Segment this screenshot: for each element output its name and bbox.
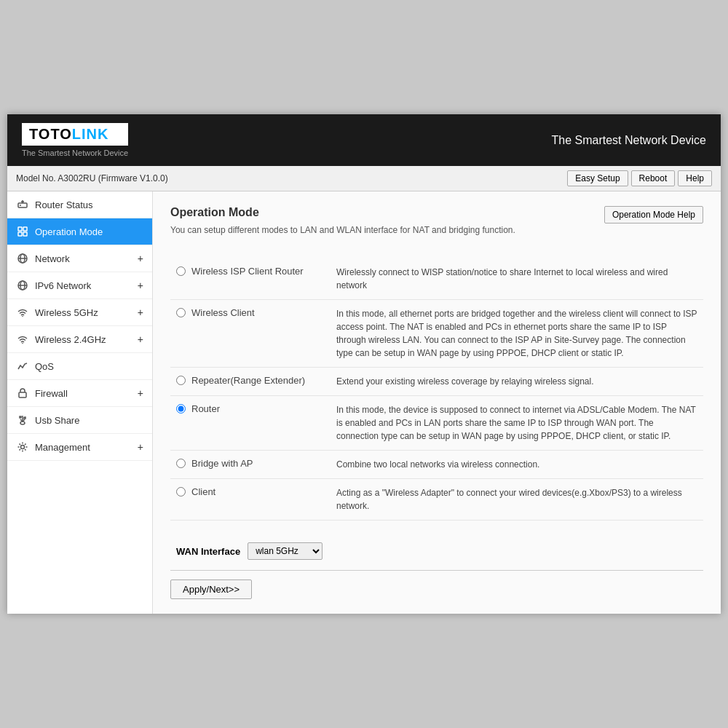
page-title: Operation Mode [170,206,515,219]
svg-rect-6 [18,232,22,236]
logo-box: TOTOLINK [22,123,128,146]
operation-mode-help-button[interactable]: Operation Mode Help [604,206,703,223]
main-layout: Router Status Operation Mode [7,191,721,614]
svg-rect-0 [18,203,27,207]
svg-point-14 [22,316,23,317]
wan-interface-label: WAN Interface [176,546,240,557]
content-area: Operation Mode You can setup different m… [153,191,721,614]
easy-setup-button[interactable]: Easy Setup [567,170,628,186]
svg-point-17 [21,446,25,449]
option-row-router: Router In this mode, the device is suppo… [170,396,703,451]
header-brand-tagline: The Smartest Network Device [551,134,706,147]
header: TOTOLINK The Smartest Network Device The… [7,114,721,166]
option-row-bridge-ap: Bridge with AP Combine two local network… [170,451,703,479]
sidebar-item-router-status[interactable]: Router Status [7,191,152,218]
option-radio-router[interactable] [176,404,186,414]
option-label-wisp[interactable]: Wireless ISP Client Router [176,266,325,277]
option-radio-wireless-client[interactable] [176,308,186,317]
sidebar-label-wireless-5ghz: Wireless 5GHz [35,307,98,318]
logo-text: TOTOLINK [29,126,109,142]
ipv6-expand-icon[interactable]: + [138,280,143,291]
sidebar-label-usb-share: Usb Share [35,415,79,426]
help-button[interactable]: Help [678,170,712,186]
option-row-repeater: Repeater(Range Extender) Extend your exi… [170,368,703,396]
svg-rect-4 [18,227,22,231]
option-desc-client: Acting as a "Wireless Adapter" to connec… [331,479,703,521]
option-label-repeater[interactable]: Repeater(Range Extender) [176,375,325,386]
sidebar-item-qos[interactable]: QoS [7,353,152,380]
svg-rect-7 [23,232,27,236]
divider [170,570,703,571]
reboot-button[interactable]: Reboot [631,170,676,186]
sidebar-item-management[interactable]: Management + [7,434,152,461]
sidebar-item-wireless-5ghz[interactable]: Wireless 5GHz + [7,299,152,326]
sidebar-label-ipv6: IPv6 Network [35,280,91,291]
option-radio-client[interactable] [176,487,186,496]
sidebar-item-network[interactable]: Network + [7,245,152,272]
option-radio-wisp[interactable] [176,266,186,276]
option-row-client: Client Acting as a "Wireless Adapter" to… [170,479,703,521]
wan-interface-select[interactable]: wlan 5GHz wlan 2.4GHz WAN [248,542,323,560]
management-expand-icon[interactable]: + [138,441,143,453]
logo-tagline: The Smartest Network Device [22,149,128,157]
option-desc-wisp: Wirelessly connect to WISP station/notic… [331,258,703,300]
svg-rect-16 [19,392,26,397]
apply-next-button[interactable]: Apply/Next>> [170,579,252,599]
option-label-bridge-ap[interactable]: Bridge with AP [176,458,325,469]
content-title-desc: Operation Mode You can setup different m… [170,206,515,247]
logo-area: TOTOLINK The Smartest Network Device [22,123,128,157]
network-expand-icon[interactable]: + [138,253,143,264]
sidebar-label-operation-mode: Operation Mode [35,226,103,237]
sidebar-item-ipv6-network[interactable]: IPv6 Network + [7,272,152,299]
option-desc-wireless-client: In this mode, all ethernet ports are bri… [331,300,703,368]
globe-icon-network [16,252,29,265]
svg-point-1 [20,205,21,206]
lock-icon [16,387,29,400]
sidebar-item-operation-mode[interactable]: Operation Mode [7,218,152,245]
option-desc-repeater: Extend your existing wireless coverage b… [331,368,703,396]
wifi-icon-24g [16,333,29,346]
options-table: Wireless ISP Client Router Wirelessly co… [170,258,703,521]
gear-icon [16,440,29,454]
option-radio-repeater[interactable] [176,376,186,385]
usb-icon [16,414,29,427]
globe-icon-ipv6 [16,279,29,292]
router-icon [16,198,29,211]
sidebar-label-network: Network [35,253,70,264]
wireless24g-expand-icon[interactable]: + [138,333,143,345]
model-bar: Model No. A3002RU (Firmware V1.0.0) Easy… [7,166,721,191]
option-label-client[interactable]: Client [176,486,325,497]
option-label-wireless-client[interactable]: Wireless Client [176,307,325,318]
qos-icon [16,360,29,373]
page-description: You can setup different modes to LAN and… [170,225,515,235]
sidebar-item-firewall[interactable]: Firewall + [7,380,152,407]
option-desc-bridge-ap: Combine two local networks via wireless … [331,451,703,479]
option-row-wireless-client: Wireless Client In this mode, all ethern… [170,300,703,368]
mode-icon [16,225,29,238]
wifi-icon-5g [16,306,29,319]
svg-point-15 [22,343,23,344]
sidebar-item-usb-share[interactable]: Usb Share [7,407,152,434]
option-row-wisp: Wireless ISP Client Router Wirelessly co… [170,258,703,300]
wan-interface-row: WAN Interface wlan 5GHz wlan 2.4GHz WAN [170,535,703,567]
model-buttons: Easy Setup Reboot Help [567,170,712,186]
option-label-router[interactable]: Router [176,403,325,414]
sidebar-label-wireless-24ghz: Wireless 2.4GHz [35,334,106,345]
firewall-expand-icon[interactable]: + [138,387,143,399]
sidebar-label-management: Management [35,442,90,453]
option-desc-router: In this mode, the device is supposed to … [331,396,703,451]
wireless5g-expand-icon[interactable]: + [138,306,143,318]
model-info: Model No. A3002RU (Firmware V1.0.0) [16,173,168,183]
svg-rect-5 [23,227,27,231]
sidebar: Router Status Operation Mode [7,191,153,614]
content-header: Operation Mode You can setup different m… [170,206,703,247]
option-radio-bridge-ap[interactable] [176,459,186,468]
sidebar-item-wireless-24ghz[interactable]: Wireless 2.4GHz + [7,326,152,353]
sidebar-label-qos: QoS [35,361,54,372]
sidebar-label-firewall: Firewall [35,388,68,399]
sidebar-label-router-status: Router Status [35,199,93,210]
